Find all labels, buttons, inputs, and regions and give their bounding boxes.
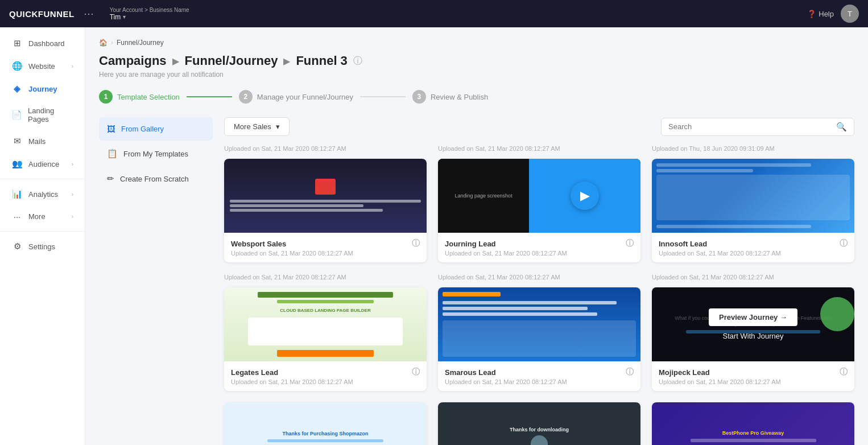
home-icon[interactable]: 🏠 [99,39,108,47]
help-circle-icon[interactable]: ⓘ [353,55,362,67]
sidebar-item-journey[interactable]: ◈ Journey [2,78,82,100]
breadcrumb-separator: › [111,39,113,47]
template-card-smarous[interactable]: Smarous Lead ⓘ Uploaded on Sat, 21 Mar 2… [438,287,640,391]
search-icon[interactable]: 🔍 [836,122,847,132]
left-panel-item-from-templates[interactable]: 📋 From My Templates [99,142,213,166]
upload-date-6: Uploaded on Sat, 21 Mar 2020 08:12:27 AM [652,274,854,281]
template-name-innosoft: Innosoft Lead ⓘ [659,238,848,249]
template-info-mojipeck: Mojipeck Lead ⓘ Uploaded on Sat, 21 Mar … [652,361,854,391]
account-label: Your Account > Business Name [110,7,189,13]
template-thumb-websport [224,159,427,233]
from-templates-label: From My Templates [123,150,188,158]
template-card-extra2[interactable]: Thanks for downloading [438,402,640,445]
info-icon[interactable]: ⓘ [626,367,634,377]
info-icon[interactable]: ⓘ [412,238,420,249]
chevron-right-icon: › [72,63,73,69]
template-info-innosoft: Innosoft Lead ⓘ Uploaded on Sat, 21 Mar … [652,233,854,262]
template-info-smarous: Smarous Lead ⓘ Uploaded on Sat, 21 Mar 2… [438,361,640,391]
left-panel-item-create-scratch[interactable]: ✏ Create From Scratch [99,167,213,191]
promo-bar [691,439,816,442]
menu-dots-icon[interactable]: ⋯ [84,7,94,20]
phone-text: BestPhone Pro Giveaway [722,430,784,436]
sidebar-item-more[interactable]: ··· More › [2,206,82,227]
sidebar-item-audience[interactable]: 👥 Audience › [2,153,82,175]
template-grid-row1: Websport Sales ⓘ Uploaded on Sat, 21 Mar… [224,159,854,262]
template-thumb-extra3: BestPhone Pro Giveaway [652,402,854,445]
template-info-websport: Websport Sales ⓘ Uploaded on Sat, 21 Mar… [224,233,427,262]
text-line [230,204,363,207]
template-card-extra1[interactable]: Thanks for Purchasing Shopmazon [224,402,427,445]
search-box[interactable]: 🔍 [661,118,854,136]
avatar-image [531,435,548,446]
chevron-down-icon: ▾ [276,122,280,131]
sidebar: ⊞ Dashboard 🌐 Website › ◈ Journey 📄 Land… [0,27,85,445]
arrow-right-icon: ▶ [283,56,290,67]
template-grid-row3: Thanks for Purchasing Shopmazon Thanks f… [224,402,854,445]
step-3-label: Review & Publish [431,93,488,101]
sidebar-item-analytics[interactable]: 📊 Analytics › [2,183,82,205]
content-bar [656,225,811,228]
sidebar-item-label: Analytics [28,190,58,199]
sidebar-item-website[interactable]: 🌐 Website › [2,55,82,77]
more-icon: ··· [11,212,23,221]
info-icon[interactable]: ⓘ [412,367,420,377]
chevron-down-icon[interactable]: ▾ [123,14,126,20]
template-date-websport: Uploaded on Sat, 21 Mar 2020 08:12:27 AM [231,250,420,257]
sidebar-item-dashboard[interactable]: ⊞ Dashboard [2,32,82,54]
search-input[interactable] [668,122,832,131]
step-2-label: Manage your Funnel/Journey [257,93,353,101]
step-1-label: Template Selection [117,93,180,101]
start-with-journey-button[interactable]: Start With Journey [723,332,784,340]
content-area: 🖼 From Gallery 📋 From My Templates ✏ Cre… [99,117,854,445]
content-bar [656,163,811,167]
template-card-websport[interactable]: Websport Sales ⓘ Uploaded on Sat, 21 Mar… [224,159,427,262]
info-icon[interactable]: ⓘ [840,238,848,249]
image-block [656,175,850,220]
steps-indicator: 1 Template Selection 2 Manage your Funne… [99,90,854,104]
preview-journey-button[interactable]: Preview Journey → [709,308,797,326]
sidebar-item-landing-pages[interactable]: 📄 Landing Pages [2,101,82,129]
template-name-mojipeck: Mojipeck Lead ⓘ [659,367,848,377]
template-card-journing[interactable]: Landing page screenshot ▶ Journing Lead … [438,159,640,262]
upload-date-3: Uploaded on Thu, 18 Jun 2020 09:31:09 AM [652,145,854,152]
info-icon[interactable]: ⓘ [840,367,848,377]
sub-line [267,439,383,442]
template-card-extra3[interactable]: BestPhone Pro Giveaway [652,402,854,445]
arrow-right-icon: ▶ [172,56,179,67]
breadcrumb-current: Funnel/Journey [117,39,164,47]
step-2: 2 Manage your Funnel/Journey [239,90,353,104]
play-button[interactable]: ▶ [571,182,599,210]
form-mock [248,318,403,345]
image-block [443,320,636,357]
template-grid-row2: CLOUD BASED LANDING PAGE BUILDER Legates… [224,287,854,391]
sidebar-item-mails[interactable]: ✉ Mails [2,130,82,152]
help-button[interactable]: ❓ Help [807,10,834,18]
chevron-right-icon: › [72,161,73,167]
mails-icon: ✉ [11,136,23,146]
left-panel: 🖼 From Gallery 📋 From My Templates ✏ Cre… [99,117,213,445]
funnel-title: Funnel 3 [296,53,347,68]
template-card-legates[interactable]: CLOUD BASED LANDING PAGE BUILDER Legates… [224,287,427,391]
left-panel-item-from-gallery[interactable]: 🖼 From Gallery [99,117,213,141]
sidebar-item-settings[interactable]: ⚙ Settings [2,236,82,257]
step-3-number: 3 [412,90,426,104]
template-info-legates: Legates Lead ⓘ Uploaded on Sat, 21 Mar 2… [224,361,427,391]
template-name-smarous: Smarous Lead ⓘ [445,367,634,377]
page-subtitle: Here you are manage your all notificatio… [99,71,854,79]
audience-icon: 👥 [11,159,23,169]
floating-action-circle[interactable] [820,297,854,331]
account-info: Your Account > Business Name Tim ▾ [110,7,189,21]
sidebar-item-label: Landing Pages [28,106,73,123]
chevron-right-icon: › [72,213,73,220]
upload-date-5: Uploaded on Sat, 21 Mar 2020 08:12:27 AM [438,274,640,281]
info-icon[interactable]: ⓘ [626,238,634,249]
more-sales-dropdown[interactable]: More Sales ▾ [224,117,290,136]
template-card-innosoft[interactable]: Innosoft Lead ⓘ Uploaded on Sat, 21 Mar … [652,159,854,262]
btn-mock [277,350,374,357]
thanks-text: Thanks for Purchasing Shopmazon [282,431,368,436]
sidebar-item-label: Journey [28,85,57,93]
templates-icon: 📋 [107,149,118,159]
user-avatar[interactable]: T [841,5,859,23]
brand-logo: QUICKFUNNEL [9,9,75,19]
text-line [230,200,421,203]
